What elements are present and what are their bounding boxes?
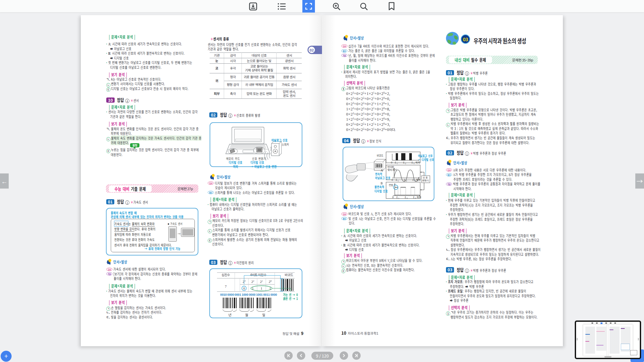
svg-text:0: 0 xyxy=(392,196,394,199)
svg-text:위치: 위치 xyxy=(417,195,421,199)
svg-text:20: 20 xyxy=(269,280,272,283)
svg-text:십진수: 십진수 xyxy=(222,272,230,277)
svg-text:1: 1 xyxy=(260,286,262,290)
svg-text:0010 0000 0001 1000 0000 1001: 0010 0000 0001 1000 0000 1001 0011 0000 xyxy=(220,292,277,297)
svg-text:21: 21 xyxy=(260,280,263,283)
svg-text:1: 1 xyxy=(398,180,399,182)
svg-text:1: 1 xyxy=(398,197,399,199)
svg-text:L: L xyxy=(396,196,398,199)
svg-text:바코드: 바코드 xyxy=(285,272,293,277)
svg-text:L: L xyxy=(395,178,397,181)
svg-text:2: 2 xyxy=(406,180,407,182)
svg-text:22: 22 xyxy=(251,280,255,283)
svg-text:4비트 이진수: 4비트 이진수 xyxy=(250,272,267,277)
svg-text:3: 3 xyxy=(414,180,415,182)
svg-text:L: L xyxy=(413,196,415,199)
svg-text:0: 0 xyxy=(392,178,393,181)
svg-text:L: L xyxy=(403,161,405,164)
svg-text:7: 7 xyxy=(225,284,227,288)
svg-text:월: 월 xyxy=(245,312,248,317)
svg-text:전압: 전압 xyxy=(389,183,393,187)
svg-text:위치: 위치 xyxy=(416,178,421,181)
svg-text:L: L xyxy=(412,178,414,181)
svg-text:변환기: 변환기 xyxy=(422,179,429,182)
svg-text:3: 3 xyxy=(413,162,414,164)
svg-text:3: 3 xyxy=(415,197,416,199)
svg-text:0: 0 xyxy=(243,286,245,290)
svg-text:L: L xyxy=(411,161,413,164)
svg-text:2: 2 xyxy=(407,197,408,199)
svg-text:L: L xyxy=(394,161,396,164)
svg-text:일: 일 xyxy=(262,312,265,317)
svg-text:1: 1 xyxy=(397,162,398,164)
svg-text:L: L xyxy=(404,196,406,199)
svg-text:0: 0 xyxy=(391,161,393,164)
svg-text:L: L xyxy=(404,178,406,181)
svg-text:2: 2 xyxy=(405,162,406,164)
svg-text:년: 년 xyxy=(228,312,232,317)
svg-text:빛의 세기: 빛의 세기 xyxy=(387,168,397,172)
